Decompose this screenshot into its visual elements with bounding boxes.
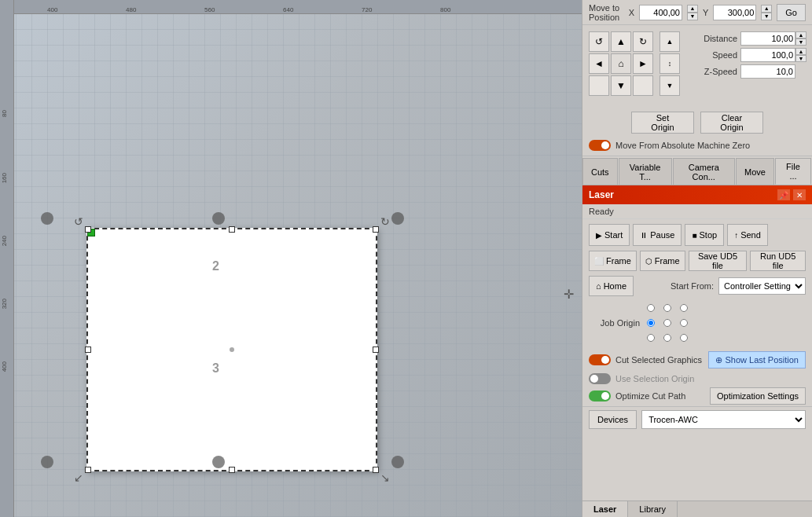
handle-mid-right[interactable] [373,346,379,353]
laser-panel: Laser 📌 ✕ Ready ▶ Start ⏸ Pause ■ Stop [582,185,812,517]
use-selection-toggle[interactable] [589,373,611,384]
radio-mr[interactable] [680,319,688,327]
stop-button[interactable]: ■ Stop [685,224,724,246]
radio-cell-22 [676,331,692,345]
jog-right[interactable]: ► [633,53,653,74]
y-spin-down[interactable]: ▼ [761,13,772,20]
laser-close-button[interactable]: ✕ [793,189,806,200]
devices-button[interactable]: Devices [589,410,637,429]
speed-spin-up[interactable]: ▲ [795,48,806,55]
rot-arrow-br[interactable]: ↘ [380,471,390,484]
job-origin-grid: Job Origin [589,301,806,345]
bottom-tab-laser[interactable]: Laser [582,501,628,517]
cut-selected-toggle[interactable] [589,354,611,365]
jog-home[interactable]: ⌂ [611,53,631,74]
start-button[interactable]: ▶ Start [589,224,630,246]
home-button[interactable]: ⌂ Home [589,276,634,296]
jog-z-mid[interactable]: ↕ [660,53,680,74]
save-ud5-button[interactable]: Save UD5 file [689,251,748,271]
radio-ml[interactable] [647,319,655,327]
distance-spinner[interactable]: ▲ ▼ [795,31,806,46]
set-origin-button[interactable]: SetOrigin [631,112,694,134]
dist-spin-up[interactable]: ▲ [795,31,806,38]
radio-tr[interactable] [680,304,688,312]
start-from-select[interactable]: Controller Setting Absolute Coords User … [718,277,806,295]
device-select[interactable]: Trocen-AWC [641,410,806,429]
handle-bot-mid[interactable] [229,467,235,473]
jog-left[interactable]: ◄ [589,53,609,74]
radio-tm[interactable] [663,304,671,312]
bottom-tab-library[interactable]: Library [628,501,678,517]
y-spinner[interactable]: ▲ ▼ [761,5,772,20]
laser-title-icons: 📌 ✕ [777,189,806,200]
start-icon: ▶ [596,231,602,240]
devices-row: Devices Trocen-AWC [582,406,812,432]
frame2-button[interactable]: ⬡ Frame [640,251,685,271]
go-button[interactable]: Go [777,4,806,21]
run-ud5-button[interactable]: Run UD5 file [750,251,806,271]
optimize-toggle[interactable] [589,390,611,402]
radio-bl[interactable] [647,334,655,342]
jog-z-down[interactable]: ▼ [660,75,680,96]
rot-arrow-bl[interactable]: ↙ [74,471,83,484]
jog-rotate-ccw[interactable]: ↺ [589,31,609,52]
jog-down[interactable]: ▼ [611,75,631,96]
speed-input[interactable] [740,48,795,62]
radio-mm[interactable] [663,319,671,327]
abs-toggle-label: Move From Absolute Machine Zero [615,141,750,150]
tab-move[interactable]: Move [736,158,774,185]
radio-br[interactable] [680,334,688,342]
radio-bm[interactable] [663,334,671,342]
speed-spin-down[interactable]: ▼ [795,55,806,62]
zspeed-input[interactable] [740,64,795,79]
show-last-label: Show Last Position [725,355,799,365]
jog-grid: ↺ ▲ ↻ ◄ ⌂ ► ▼ [589,31,653,96]
rot-arrow-tl[interactable]: ↺ [74,215,83,228]
show-last-position-button[interactable]: ⊕ Show Last Position [708,351,806,368]
tab-file[interactable]: File ... [775,158,811,185]
pause-button[interactable]: ⏸ Pause [633,224,682,246]
tab-variable-t[interactable]: Variable T... [619,158,672,185]
handle-top-mid[interactable] [229,226,235,233]
laser-title: Laser [589,189,614,200]
x-spin-up[interactable]: ▲ [687,5,698,13]
tab-cuts[interactable]: Cuts [582,158,618,185]
handle-top-left[interactable] [85,226,91,233]
speed-row: Speed ▲ ▼ [686,48,806,62]
jog-z-up[interactable]: ▲ [660,31,680,52]
work-area[interactable]: ↺ ↻ ↙ ↘ [86,228,377,471]
send-button[interactable]: ↑ Send [727,224,768,246]
tab-camera-con[interactable]: Camera Con... [673,158,736,185]
y-spin-up[interactable]: ▲ [761,5,772,13]
radio-tl[interactable] [647,304,655,312]
rot-arrow-tr[interactable]: ↻ [380,215,390,228]
optimize-label: Optimize Cut Path [615,391,685,401]
handle-bot-left[interactable] [85,467,91,473]
x-spin-down[interactable]: ▼ [687,13,698,20]
handle-mid-left[interactable] [85,346,91,353]
canvas-area[interactable]: 400 480 560 640 720 800 80 160 240 320 4… [0,0,582,517]
speed-spinner[interactable]: ▲ ▼ [795,48,806,62]
cut-selected-row: Cut Selected Graphics ⊕ Show Last Positi… [582,348,812,372]
x-input[interactable] [639,5,682,20]
clear-origin-button[interactable]: ClearOrigin [700,112,763,134]
frame1-button[interactable]: ⬜ Frame [589,251,637,271]
frame1-label: Frame [606,256,631,266]
jog-up[interactable]: ▲ [611,31,631,52]
y-input[interactable] [713,5,756,20]
optimization-settings-button[interactable]: Optimization Settings [710,387,806,405]
dist-spin-down[interactable]: ▼ [795,38,806,46]
stop-icon: ■ [692,231,696,240]
jog-rotate-cw[interactable]: ↻ [633,31,653,52]
job-origin-label: Job Origin [589,318,640,328]
radio-cell-02 [676,301,692,315]
handle-top-right[interactable] [373,226,379,233]
distance-input[interactable] [740,31,795,46]
handle-bot-right[interactable] [373,467,379,473]
laser-pin-button[interactable]: 📌 [777,189,790,200]
corner-handle-br [391,456,404,468]
abs-toggle[interactable] [589,140,611,151]
control-buttons: ▶ Start ⏸ Pause ■ Stop ↑ Send [582,219,812,251]
x-spinner[interactable]: ▲ ▼ [687,5,698,20]
send-label: Send [740,230,761,240]
